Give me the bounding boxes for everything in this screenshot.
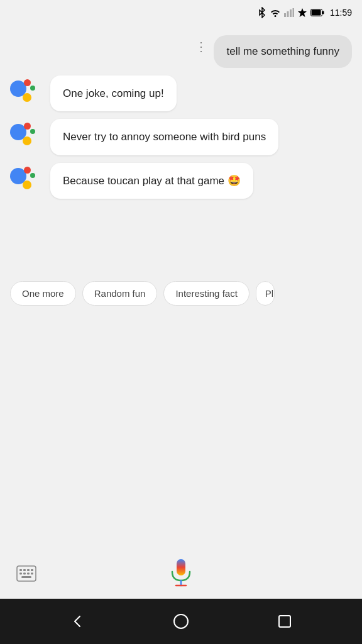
assistant-message-text-2: Never try to annoy someone with bird pun… — [63, 131, 266, 143]
chip-interesting-fact[interactable]: Interesting fact — [163, 281, 249, 306]
empty-space — [0, 311, 362, 549]
keyboard-button[interactable] — [15, 562, 38, 585]
assistant-message-1: One joke, coming up! — [10, 75, 352, 112]
chip-partial[interactable]: Pl — [256, 281, 275, 306]
user-message-text: tell me something funny — [226, 45, 339, 57]
svg-rect-21 — [279, 616, 290, 627]
signal-icon — [284, 8, 294, 17]
microphone-button[interactable] — [167, 560, 195, 587]
dot-yellow-1 — [23, 93, 31, 102]
status-time: 11:59 — [330, 8, 352, 18]
airplane-icon — [297, 8, 307, 17]
chat-area: ⋮ tell me something funny One joke, comi… — [0, 25, 362, 274]
status-bar: 11:59 — [0, 0, 362, 25]
more-options-icon[interactable]: ⋮ — [192, 38, 210, 55]
input-bar — [0, 548, 362, 599]
svg-rect-8 — [19, 569, 22, 571]
svg-rect-5 — [311, 10, 321, 16]
assistant-bubble-1: One joke, coming up! — [50, 75, 177, 112]
svg-rect-9 — [23, 569, 26, 571]
svg-rect-6 — [322, 11, 324, 14]
svg-rect-2 — [290, 9, 292, 17]
assistant-bubble-2: Never try to annoy someone with bird pun… — [50, 119, 278, 155]
assistant-message-3: Because toucan play at that game 🤩 — [10, 163, 352, 199]
back-button[interactable] — [60, 604, 95, 639]
wifi-icon — [270, 8, 281, 17]
user-message-bubble: tell me something funny — [214, 35, 352, 68]
svg-rect-14 — [27, 573, 30, 575]
svg-point-20 — [174, 614, 188, 628]
svg-rect-10 — [27, 569, 30, 571]
google-assistant-logo-3 — [10, 163, 43, 196]
assistant-message-text-1: One joke, coming up! — [63, 87, 164, 99]
svg-rect-16 — [21, 576, 31, 578]
nav-bar — [0, 599, 362, 644]
assistant-bubble-3: Because toucan play at that game 🤩 — [50, 163, 253, 199]
svg-rect-17 — [177, 559, 185, 575]
svg-rect-1 — [287, 11, 288, 17]
svg-rect-0 — [284, 13, 286, 17]
dot-red-3 — [24, 167, 31, 174]
dot-red-1 — [24, 79, 31, 86]
recents-button[interactable] — [267, 604, 302, 639]
dot-green-2 — [30, 129, 35, 134]
status-icons: 11:59 — [258, 7, 352, 18]
chip-one-more[interactable]: One more — [10, 281, 76, 306]
svg-rect-13 — [23, 573, 26, 575]
google-assistant-logo-1 — [10, 75, 43, 108]
dot-red-2 — [24, 123, 31, 130]
dot-green-3 — [30, 173, 35, 178]
svg-rect-3 — [292, 8, 294, 17]
dot-yellow-2 — [23, 136, 31, 145]
battery-icon — [310, 9, 324, 16]
svg-rect-12 — [19, 573, 22, 575]
dot-yellow-3 — [23, 180, 31, 189]
bluetooth-icon — [258, 7, 266, 18]
dot-green-1 — [30, 86, 35, 91]
user-message-container: ⋮ tell me something funny — [10, 35, 352, 68]
google-assistant-logo-2 — [10, 119, 43, 152]
assistant-message-text-3: Because toucan play at that game 🤩 — [63, 175, 241, 187]
home-button[interactable] — [163, 604, 199, 639]
svg-rect-15 — [31, 573, 33, 575]
assistant-message-2: Never try to annoy someone with bird pun… — [10, 119, 352, 155]
chip-random-fun[interactable]: Random fun — [82, 281, 158, 306]
chips-container: One more Random fun Interesting fact Pl — [0, 274, 362, 311]
svg-rect-11 — [31, 569, 33, 571]
